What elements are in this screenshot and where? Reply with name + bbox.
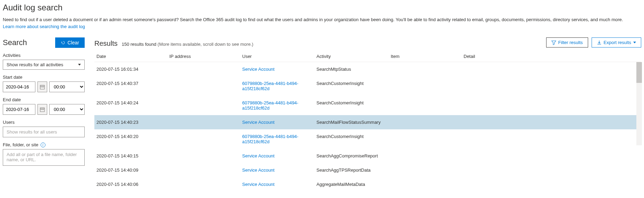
cell-user: Service Account [242, 153, 316, 158]
results-more-text: (More items available, scroll down to se… [158, 42, 253, 47]
col-header-activity[interactable]: Activity [316, 54, 391, 59]
cell-date: 2020-07-15 14:40:24 [96, 100, 169, 111]
cell-activity: SearchCustomerInsight [316, 100, 391, 111]
table-row[interactable]: 2020-07-15 16:01:34Service AccountSearch… [94, 62, 641, 76]
start-time-select[interactable]: 00:00 [49, 81, 85, 92]
col-header-ip[interactable]: IP address [169, 54, 242, 59]
cell-activity: SearchCustomerInsight [316, 134, 391, 144]
user-link[interactable]: 6079880b-25ea-4481-b494-a15f218cf62d [242, 81, 298, 91]
cell-date: 2020-07-15 16:01:34 [96, 67, 169, 72]
col-header-detail[interactable]: Detail [464, 54, 639, 59]
cell-ip [169, 134, 242, 144]
user-link[interactable]: Service Account [242, 182, 274, 187]
svg-rect-8 [42, 109, 43, 110]
cell-detail [464, 81, 639, 91]
cell-user: Service Account [242, 120, 316, 125]
activities-value: Show results for all activities [7, 62, 63, 67]
file-label: File, folder, or site i [3, 142, 85, 147]
svg-rect-4 [43, 87, 44, 87]
cell-ip [169, 100, 242, 111]
cell-item [391, 167, 464, 173]
filter-icon [551, 40, 556, 45]
page-description: Need to find out if a user deleted a doc… [3, 17, 641, 23]
cell-activity: SearchAggCompromiseReport [316, 153, 391, 158]
user-link[interactable]: Service Account [242, 120, 274, 125]
user-link[interactable]: 6079880b-25ea-4481-b494-a15f218cf62d [242, 100, 298, 111]
scrollbar[interactable] [636, 62, 642, 145]
user-link[interactable]: Service Account [242, 153, 274, 158]
file-input[interactable] [3, 149, 85, 166]
calendar-icon [40, 107, 45, 112]
user-link[interactable]: 6079880b-25ea-4481-b494-a15f218cf62d [242, 134, 298, 144]
cell-item [391, 182, 464, 187]
user-link[interactable]: Service Account [242, 67, 274, 72]
col-header-date[interactable]: Date [96, 54, 169, 59]
cell-user: Service Account [242, 167, 316, 173]
filter-results-button[interactable]: Filter results [546, 37, 588, 48]
cell-detail [464, 167, 639, 173]
cell-user: Service Account [242, 182, 316, 187]
svg-rect-9 [43, 109, 44, 110]
start-date-input[interactable] [3, 81, 35, 92]
table-row[interactable]: 2020-07-15 14:40:376079880b-25ea-4481-b4… [94, 76, 641, 96]
table-body: 2020-07-15 16:01:34Service AccountSearch… [94, 62, 641, 191]
cell-item [391, 100, 464, 111]
cell-ip [169, 167, 242, 173]
end-time-select[interactable]: 00:00 [49, 104, 85, 115]
cell-ip [169, 153, 242, 158]
cell-user: 6079880b-25ea-4481-b494-a15f218cf62d [242, 100, 316, 111]
table-row[interactable]: 2020-07-15 14:40:246079880b-25ea-4481-b4… [94, 96, 641, 115]
users-label: Users [3, 120, 85, 125]
cell-item [391, 120, 464, 125]
learn-more-link[interactable]: Learn more about searching the audit log [3, 24, 85, 29]
table-header: Date IP address User Activity Item Detai… [94, 51, 641, 62]
cell-ip [169, 81, 242, 91]
cell-date: 2020-07-15 14:40:37 [96, 81, 169, 91]
cell-item [391, 153, 464, 158]
users-input[interactable] [3, 127, 85, 137]
results-panel: Results 150 results found (More items av… [94, 37, 641, 191]
table-row[interactable]: 2020-07-15 14:40:15Service AccountSearch… [94, 149, 641, 163]
cell-item [391, 81, 464, 91]
clear-button-label: Clear [68, 40, 79, 45]
end-date-calendar-button[interactable] [37, 104, 47, 115]
search-panel: Search Clear Activities Show results for… [3, 37, 85, 191]
col-header-user[interactable]: User [242, 54, 316, 59]
svg-rect-2 [41, 87, 42, 87]
undo-icon [61, 40, 66, 45]
table-row[interactable]: 2020-07-15 14:40:206079880b-25ea-4481-b4… [94, 129, 641, 149]
end-date-input[interactable] [3, 104, 35, 115]
activities-dropdown[interactable]: Show results for all activities [3, 60, 85, 70]
table-row[interactable]: 2020-07-15 14:40:06Service AccountAggreg… [94, 177, 641, 191]
cell-ip [169, 67, 242, 72]
cell-date: 2020-07-15 14:40:23 [96, 120, 169, 125]
cell-activity: SearchAggTPSReportData [316, 167, 391, 173]
cell-date: 2020-07-15 14:40:06 [96, 182, 169, 187]
cell-detail [464, 182, 639, 187]
cell-date: 2020-07-15 14:40:15 [96, 153, 169, 158]
cell-activity: AggregateMailMetaData [316, 182, 391, 187]
cell-detail [464, 67, 639, 72]
cell-activity: SearchCustomerInsight [316, 81, 391, 91]
scroll-thumb[interactable] [636, 62, 642, 83]
results-title: Results [94, 40, 118, 48]
chevron-down-icon [633, 42, 636, 43]
clear-button[interactable]: Clear [55, 37, 85, 48]
col-header-item[interactable]: Item [391, 54, 464, 59]
cell-detail [464, 100, 639, 111]
start-date-label: Start date [3, 75, 85, 80]
export-button-label: Export results [604, 40, 631, 45]
cell-user: Service Account [242, 67, 316, 72]
results-count: 150 results found [122, 42, 156, 47]
start-date-calendar-button[interactable] [37, 81, 47, 92]
table-row[interactable]: 2020-07-15 14:40:09Service AccountSearch… [94, 163, 641, 177]
download-icon [597, 40, 602, 45]
chevron-down-icon [78, 64, 81, 66]
table-row[interactable]: 2020-07-15 14:40:23Service AccountSearch… [94, 115, 641, 129]
cell-detail [464, 153, 639, 158]
user-link[interactable]: Service Account [242, 167, 274, 173]
export-results-button[interactable]: Export results [592, 37, 641, 48]
cell-detail [464, 134, 639, 144]
filter-button-label: Filter results [558, 40, 583, 45]
info-icon[interactable]: i [41, 143, 45, 147]
